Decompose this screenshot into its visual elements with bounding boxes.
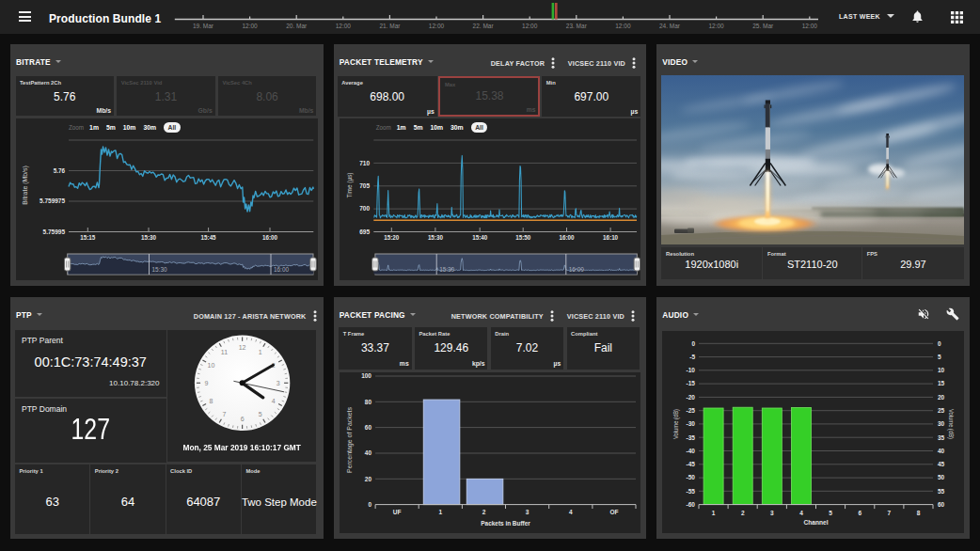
svg-text:15:50: 15:50: [515, 234, 530, 241]
svg-text:5: 5: [938, 354, 941, 360]
svg-text:23. Mar: 23. Mar: [566, 23, 588, 29]
svg-text:20: 20: [938, 394, 945, 401]
svg-text:40: 40: [364, 449, 371, 456]
svg-text:-30: -30: [687, 420, 696, 427]
svg-text:Packets in Buffer: Packets in Buffer: [481, 520, 530, 527]
svg-text:10: 10: [208, 362, 215, 369]
svg-text:100: 100: [361, 372, 371, 379]
svg-text:10: 10: [938, 367, 945, 373]
svg-text:12:00: 12:00: [522, 23, 538, 29]
svg-text:700: 700: [359, 205, 370, 212]
svg-text:8: 8: [917, 510, 921, 516]
svg-text:12:00: 12:00: [708, 23, 724, 29]
svg-text:0: 0: [368, 501, 371, 508]
svg-text:-45: -45: [687, 461, 696, 467]
svg-text:3: 3: [526, 509, 530, 515]
svg-text:Time (µs): Time (µs): [346, 173, 354, 198]
svg-text:6: 6: [859, 510, 862, 516]
svg-text:2: 2: [741, 510, 745, 516]
svg-text:15:30: 15:30: [439, 266, 454, 273]
svg-text:4: 4: [799, 510, 803, 516]
svg-text:35: 35: [938, 434, 945, 441]
svg-text:5.759975: 5.759975: [40, 197, 65, 204]
svg-text:22. Mar: 22. Mar: [473, 23, 495, 29]
svg-text:19. Mar: 19. Mar: [193, 23, 214, 29]
svg-text:OF: OF: [609, 509, 618, 515]
svg-text:50: 50: [938, 474, 945, 480]
svg-text:15:30: 15:30: [152, 266, 167, 273]
svg-text:60: 60: [364, 424, 371, 431]
svg-text:-55: -55: [687, 488, 696, 495]
svg-text:4: 4: [272, 398, 276, 404]
svg-text:7: 7: [888, 510, 892, 516]
svg-text:16:00: 16:00: [559, 234, 574, 241]
svg-text:-25: -25: [687, 407, 696, 414]
svg-text:15:30: 15:30: [141, 234, 156, 241]
svg-text:0: 0: [938, 340, 941, 347]
svg-text:16:10: 16:10: [603, 234, 618, 241]
svg-text:-5: -5: [690, 354, 696, 360]
svg-text:Percentage of Packets: Percentage of Packets: [346, 406, 354, 473]
svg-text:16:00: 16:00: [274, 266, 289, 273]
svg-text:16:00: 16:00: [568, 266, 583, 273]
svg-text:3: 3: [277, 380, 280, 386]
svg-text:1: 1: [438, 509, 442, 515]
svg-text:15:30: 15:30: [428, 234, 443, 241]
svg-text:80: 80: [364, 399, 371, 405]
svg-text:15:40: 15:40: [472, 234, 487, 241]
svg-text:Bitrate (Mb/s): Bitrate (Mb/s): [22, 165, 29, 205]
svg-text:UF: UF: [393, 509, 402, 515]
svg-text:-60: -60: [687, 501, 696, 508]
svg-text:3: 3: [770, 510, 774, 516]
svg-text:Volume (dB): Volume (dB): [672, 409, 680, 439]
svg-text:-35: -35: [687, 434, 696, 441]
svg-text:12:00: 12:00: [336, 23, 352, 29]
svg-text:20. Mar: 20. Mar: [286, 23, 308, 29]
svg-text:55: 55: [938, 488, 945, 495]
svg-text:1: 1: [259, 349, 262, 355]
svg-text:60: 60: [938, 501, 945, 508]
svg-text:2: 2: [482, 509, 485, 515]
svg-text:12: 12: [239, 344, 246, 351]
svg-text:15:45: 15:45: [201, 234, 216, 241]
svg-text:25: 25: [938, 407, 945, 414]
svg-text:1: 1: [712, 510, 716, 516]
svg-text:11: 11: [221, 349, 228, 355]
svg-text:-10: -10: [687, 367, 696, 373]
svg-text:8: 8: [210, 398, 213, 404]
svg-text:30: 30: [938, 420, 945, 427]
svg-text:5.75995: 5.75995: [43, 228, 66, 235]
svg-text:7: 7: [223, 411, 227, 417]
svg-text:16:00: 16:00: [262, 234, 277, 241]
svg-text:15: 15: [938, 380, 945, 386]
svg-text:Channel: Channel: [804, 519, 829, 526]
svg-text:15:15: 15:15: [80, 234, 95, 241]
svg-text:21. Mar: 21. Mar: [379, 23, 401, 29]
svg-text:710: 710: [359, 160, 370, 166]
svg-text:24. Mar: 24. Mar: [659, 23, 681, 29]
svg-text:5: 5: [830, 510, 833, 516]
svg-text:5: 5: [259, 411, 262, 417]
svg-text:12:00: 12:00: [429, 23, 445, 29]
svg-text:12:00: 12:00: [615, 23, 631, 29]
svg-text:-40: -40: [687, 448, 696, 454]
svg-text:40: 40: [938, 448, 945, 454]
svg-text:-20: -20: [687, 394, 696, 401]
svg-text:705: 705: [359, 182, 370, 189]
svg-text:45: 45: [938, 461, 945, 467]
svg-text:-15: -15: [687, 380, 696, 386]
svg-text:4: 4: [569, 509, 573, 515]
svg-text:15:20: 15:20: [384, 234, 399, 241]
svg-text:-50: -50: [687, 474, 696, 480]
svg-text:20: 20: [364, 476, 371, 482]
svg-text:6: 6: [241, 416, 245, 422]
svg-text:9: 9: [204, 380, 208, 386]
svg-text:Volume (dB): Volume (dB): [947, 409, 955, 439]
svg-text:12:00: 12:00: [802, 23, 818, 29]
svg-text:25. Mar: 25. Mar: [752, 23, 774, 29]
svg-text:5.76: 5.76: [54, 167, 66, 174]
svg-text:0: 0: [692, 340, 696, 347]
svg-text:695: 695: [359, 228, 370, 235]
svg-text:12:00: 12:00: [242, 23, 258, 29]
